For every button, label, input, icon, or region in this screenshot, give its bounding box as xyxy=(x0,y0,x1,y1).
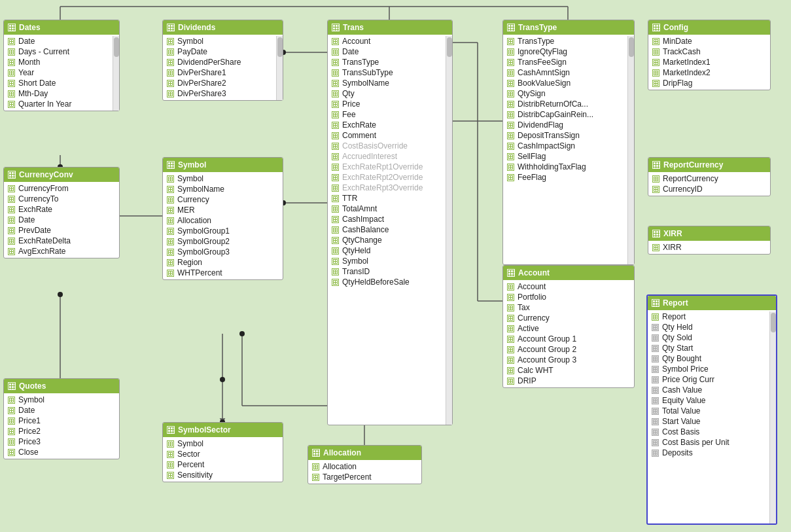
field-icon xyxy=(332,143,339,150)
list-item: Qty Sold xyxy=(648,332,776,343)
field-icon xyxy=(507,325,514,332)
list-item: Price1 xyxy=(4,416,119,426)
list-item: TargetPercent xyxy=(308,472,421,482)
list-item: Allocation xyxy=(163,215,283,226)
symbolsector-body: Symbol Sector Percent Sensitivity xyxy=(163,437,283,482)
field-icon xyxy=(332,195,339,202)
config-body: MinDate TrackCash MarketIndex1 MarketInd… xyxy=(648,35,770,90)
field-icon xyxy=(332,80,339,87)
list-item: DivPerShare3 xyxy=(163,88,283,99)
field-icon xyxy=(332,69,339,77)
symbol-body: Symbol SymbolName Currency MER Allocatio… xyxy=(163,172,283,279)
dates-grid-icon xyxy=(8,24,16,31)
field-icon xyxy=(8,417,15,425)
list-item: Sector xyxy=(163,449,283,459)
dividends-title: Dividends xyxy=(178,23,215,32)
svg-point-13 xyxy=(58,292,63,297)
field-icon xyxy=(332,111,339,118)
field-icon xyxy=(167,259,174,266)
quotes-body: Symbol Date Price1 Price2 Price3 Close xyxy=(4,393,119,459)
list-item: DivPerShare1 xyxy=(163,67,283,78)
table-report-header: Report xyxy=(648,296,776,310)
table-symbolsector: SymbolSector Symbol Sector Percent Sensi… xyxy=(162,422,283,482)
field-icon xyxy=(167,90,174,98)
report-scrollbar-thumb[interactable] xyxy=(771,313,776,332)
list-item: Account Group 2 xyxy=(503,344,634,355)
list-item: SymbolGroup3 xyxy=(163,247,283,257)
field-icon xyxy=(652,397,659,404)
table-reportcurrency-header: ReportCurrency xyxy=(648,158,770,172)
trans-scrollbar-thumb[interactable] xyxy=(447,37,452,57)
table-xirr: XIRR XIRR xyxy=(648,226,771,255)
field-icon xyxy=(332,38,339,45)
dividends-grid-icon xyxy=(167,24,175,31)
svg-point-27 xyxy=(220,377,225,382)
field-icon xyxy=(312,463,319,470)
table-dividends: Dividends Symbol PayDate DividendPerShar… xyxy=(162,20,283,101)
list-item: Symbol xyxy=(163,173,283,184)
account-body: Account Portfolio Tax Currency Active Ac… xyxy=(503,280,634,387)
xirr-grid-icon xyxy=(652,230,660,238)
dates-scrollbar-thumb[interactable] xyxy=(114,37,119,57)
field-icon xyxy=(332,205,339,213)
field-icon xyxy=(507,315,514,322)
trans-scrollbar[interactable] xyxy=(446,36,452,425)
transtype-scrollbar-thumb[interactable] xyxy=(629,37,634,57)
list-item: WHTPercent xyxy=(163,268,283,278)
currencyconv-title: CurrencyConv xyxy=(19,170,73,179)
field-icon xyxy=(8,80,15,87)
table-symbolsector-header: SymbolSector xyxy=(163,423,283,437)
field-icon xyxy=(312,474,319,481)
table-transtype-header: TransType xyxy=(503,20,634,35)
list-item: ExchRate xyxy=(4,204,119,215)
field-icon xyxy=(652,345,659,352)
dividends-scrollbar[interactable] xyxy=(276,36,283,100)
field-icon xyxy=(332,164,339,171)
allocation-title: Allocation xyxy=(323,448,361,457)
list-item: Currency xyxy=(163,194,283,205)
field-icon xyxy=(507,132,514,139)
table-trans-header: Trans xyxy=(328,20,452,35)
list-item: CurrencyID xyxy=(648,184,770,194)
config-title: Config xyxy=(663,23,688,32)
dates-scrollbar[interactable] xyxy=(113,36,119,111)
list-item: Account xyxy=(328,36,452,46)
list-item: SellFlag xyxy=(503,151,634,162)
account-title: Account xyxy=(518,268,550,277)
list-item: Deposits xyxy=(648,448,776,458)
field-icon xyxy=(8,90,15,98)
list-item: DividendFlag xyxy=(503,120,634,130)
table-dates-header: Dates xyxy=(4,20,119,35)
dividends-scrollbar-thumb[interactable] xyxy=(277,37,283,57)
report-title: Report xyxy=(663,298,688,308)
field-icon xyxy=(167,207,174,214)
transtype-scrollbar[interactable] xyxy=(627,36,634,264)
field-icon xyxy=(507,378,514,385)
list-item: CashBalance xyxy=(328,224,452,235)
config-grid-icon xyxy=(652,24,660,31)
account-grid-icon xyxy=(507,269,515,277)
field-icon xyxy=(507,367,514,374)
field-icon xyxy=(652,80,659,87)
field-icon xyxy=(507,143,514,150)
field-icon xyxy=(652,244,659,251)
list-item: CostBasisOverride xyxy=(328,141,452,151)
list-item: Allocation xyxy=(308,461,421,472)
list-item: IgnoreQtyFlag xyxy=(503,46,634,57)
field-icon xyxy=(8,196,15,203)
field-icon xyxy=(507,283,514,291)
list-item: ExchRateRpt3Override xyxy=(328,183,452,193)
field-icon xyxy=(507,80,514,87)
table-dividends-header: Dividends xyxy=(163,20,283,35)
list-item: SymbolGroup1 xyxy=(163,226,283,236)
xirr-title: XIRR xyxy=(663,229,682,238)
list-item: WithholdingTaxFlag xyxy=(503,162,634,172)
currencyconv-body: CurrencyFrom CurrencyTo ExchRate Date Pr… xyxy=(4,182,119,258)
list-item: Price3 xyxy=(4,436,119,447)
list-item: Portfolio xyxy=(503,292,634,302)
report-scrollbar[interactable] xyxy=(769,311,776,523)
field-icon xyxy=(507,59,514,66)
table-symbol-header: Symbol xyxy=(163,158,283,172)
field-icon xyxy=(332,226,339,234)
list-item: MarketIndex2 xyxy=(648,67,770,78)
